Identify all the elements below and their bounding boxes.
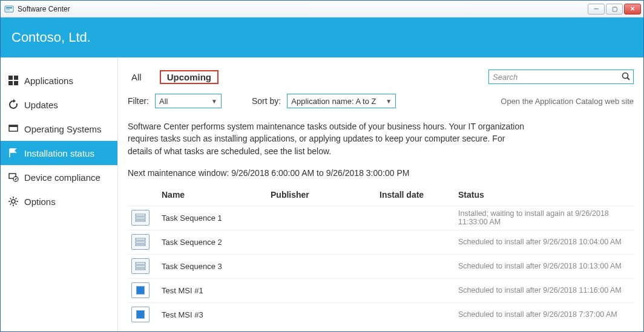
svg-line-18 [10, 204, 12, 205]
sidebar-item-label: Updates [24, 100, 58, 110]
app-icon [4, 4, 14, 14]
description-text: Software Center performs system maintena… [128, 120, 527, 157]
catalog-link[interactable]: Open the Application Catalog web site [501, 97, 634, 106]
task-sequence-icon [131, 258, 150, 274]
svg-line-16 [10, 198, 12, 200]
table-row[interactable]: Task Sequence 3 Scheduled to install aft… [128, 254, 634, 278]
tab-row: All Upcoming [128, 70, 634, 84]
row-status: Scheduled to install after 9/26/2018 10:… [458, 238, 634, 246]
col-status[interactable]: Status [458, 190, 634, 200]
svg-rect-27 [136, 244, 145, 246]
minimize-icon: ─ [594, 6, 598, 12]
svg-point-11 [12, 200, 15, 203]
svg-rect-22 [136, 214, 145, 216]
sort-label: Sort by: [252, 96, 281, 106]
row-status: Scheduled to install after 9/26/2018 10:… [458, 262, 634, 270]
svg-line-19 [16, 198, 17, 200]
minimize-button[interactable]: ─ [588, 4, 605, 15]
flag-icon [8, 148, 19, 158]
svg-rect-5 [8, 81, 13, 85]
svg-rect-29 [136, 265, 145, 267]
sidebar: Applications Updates Operating Systems I… [1, 57, 118, 331]
tab-upcoming[interactable]: Upcoming [160, 70, 218, 84]
sidebar-item-installation-status[interactable]: Installation status [1, 141, 117, 165]
org-name: Contoso, Ltd. [12, 30, 91, 45]
filter-row: Filter: All ▼ Sort by: Application name:… [128, 94, 634, 108]
svg-rect-6 [14, 81, 18, 85]
close-icon: ✕ [630, 6, 635, 12]
app-window: Software Center ─ ▢ ✕ Contoso, Ltd. Appl… [0, 0, 644, 332]
shield-icon [8, 172, 19, 183]
close-button[interactable]: ✕ [624, 4, 641, 15]
svg-point-20 [623, 73, 628, 79]
sidebar-item-applications[interactable]: Applications [1, 68, 117, 93]
svg-rect-25 [136, 238, 145, 240]
svg-rect-1 [6, 7, 12, 8]
msi-package-icon [131, 282, 150, 298]
table-header: Name Publisher Install date Status [128, 186, 634, 206]
svg-rect-4 [14, 76, 18, 80]
sidebar-item-label: Options [24, 197, 56, 207]
sidebar-item-updates[interactable]: Updates [1, 93, 117, 117]
table-row[interactable]: Task Sequence 2 Scheduled to install aft… [128, 230, 634, 254]
apps-icon [8, 75, 19, 86]
sidebar-item-label: Installation status [24, 148, 94, 158]
filter-combo[interactable]: All ▼ [155, 94, 222, 108]
chevron-down-icon: ▼ [386, 98, 392, 105]
svg-rect-2 [6, 9, 10, 10]
svg-rect-23 [136, 217, 145, 219]
sidebar-item-label: Applications [24, 76, 73, 86]
svg-rect-28 [136, 262, 145, 264]
main-content: All Upcoming Filter: All ▼ Sort by: [118, 57, 643, 331]
row-status: Scheduled to install after 9/26/2018 11:… [458, 286, 634, 295]
maximize-button[interactable]: ▢ [606, 4, 623, 15]
sidebar-item-operating-systems[interactable]: Operating Systems [1, 117, 117, 141]
search-wrap [488, 70, 634, 84]
svg-line-17 [16, 204, 17, 205]
tab-all[interactable]: All [128, 71, 145, 83]
maximize-icon: ▢ [612, 6, 617, 12]
row-status: Scheduled to install after 9/26/2018 7:3… [458, 310, 634, 319]
filter-label: Filter: [128, 96, 149, 106]
row-status: Installed; waiting to install again at 9… [458, 209, 634, 226]
os-icon [8, 123, 19, 134]
svg-rect-3 [8, 76, 13, 80]
task-sequence-icon [131, 210, 150, 226]
brand-banner: Contoso, Ltd. [1, 18, 643, 57]
gear-icon [8, 196, 19, 207]
svg-rect-26 [136, 241, 145, 243]
table-row[interactable]: Test MSI #3 Scheduled to install after 9… [128, 302, 634, 327]
titlebar: Software Center ─ ▢ ✕ [1, 1, 643, 18]
window-controls: ─ ▢ ✕ [588, 4, 641, 15]
row-name: Task Sequence 1 [162, 213, 271, 223]
table-row[interactable]: Task Sequence 1 Installed; waiting to in… [128, 206, 634, 230]
chevron-down-icon: ▼ [211, 98, 217, 105]
filter-value: All [159, 97, 168, 106]
window-title: Software Center [18, 5, 70, 13]
sort-combo[interactable]: Application name: A to Z ▼ [287, 94, 396, 108]
svg-line-21 [628, 78, 630, 80]
search-icon[interactable] [622, 72, 630, 82]
refresh-icon [8, 99, 19, 110]
col-install-date[interactable]: Install date [380, 190, 458, 200]
svg-rect-24 [136, 220, 145, 221]
row-name: Test MSI #1 [162, 286, 271, 295]
items-table: Name Publisher Install date Status Task … [128, 186, 634, 327]
row-name: Task Sequence 3 [162, 262, 271, 271]
col-publisher[interactable]: Publisher [271, 190, 380, 200]
sidebar-item-device-compliance[interactable]: Device compliance [1, 165, 117, 189]
maintenance-window-text: Next maintenance window: 9/26/2018 6:00:… [128, 168, 634, 178]
sidebar-item-label: Operating Systems [24, 124, 102, 134]
col-name[interactable]: Name [162, 190, 271, 200]
sidebar-item-label: Device compliance [24, 172, 100, 183]
sidebar-item-options[interactable]: Options [1, 189, 117, 213]
svg-rect-8 [9, 125, 18, 127]
row-name: Task Sequence 2 [162, 238, 271, 247]
task-sequence-icon [131, 234, 150, 250]
svg-rect-30 [136, 269, 145, 270]
row-name: Test MSI #3 [162, 310, 271, 319]
sort-value: Application name: A to Z [291, 97, 376, 106]
search-input[interactable] [488, 70, 634, 84]
msi-package-icon [131, 307, 150, 322]
table-row[interactable]: Test MSI #1 Scheduled to install after 9… [128, 278, 634, 302]
